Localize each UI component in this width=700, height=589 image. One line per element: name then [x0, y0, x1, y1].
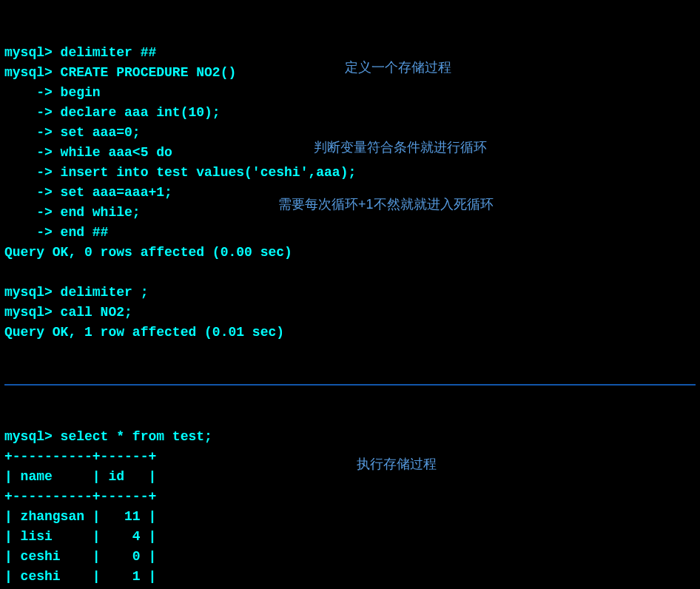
terminal-line: -> begin	[4, 83, 696, 103]
section-divider	[4, 384, 696, 386]
section-select-results: mysql> select * from test;+----------+--…	[4, 427, 696, 589]
terminal-line: | lisi | 4 |	[4, 527, 696, 547]
terminal-line: -> declare aaa int(10);	[4, 103, 696, 123]
terminal-line: +----------+------+	[4, 487, 696, 507]
terminal-line: | ceshi | 0 |	[4, 547, 696, 567]
annotation-label: 执行存储过程	[357, 454, 437, 474]
terminal-line: Query OK, 1 row affected (0.01 sec)	[4, 323, 696, 343]
terminal-line: mysql> select * from test;	[4, 427, 696, 447]
terminal-line: | zhangsan | 11 |	[4, 507, 696, 527]
terminal-line: mysql> call NO2;	[4, 303, 696, 323]
terminal-line	[4, 263, 696, 283]
terminal-line: +----------+------+	[4, 447, 696, 467]
terminal-line: -> end ##	[4, 223, 696, 243]
annotation-label: 需要每次循环+1不然就就进入死循环	[278, 195, 494, 215]
terminal-line: Query OK, 0 rows affected (0.00 sec)	[4, 243, 696, 263]
annotation-label: 定义一个存储过程	[345, 58, 451, 78]
section-create-procedure: mysql> delimiter ##mysql> CREATE PROCEDU…	[4, 43, 696, 343]
terminal-line: | name | id |	[4, 467, 696, 487]
mysql-terminal[interactable]: mysql> delimiter ##mysql> CREATE PROCEDU…	[4, 3, 696, 589]
terminal-line: mysql> delimiter ;	[4, 283, 696, 303]
terminal-line: -> insert into test values('ceshi',aaa);	[4, 163, 696, 183]
annotation-label: 判断变量符合条件就进行循环	[314, 138, 487, 158]
terminal-line: | ceshi | 1 |	[4, 567, 696, 587]
